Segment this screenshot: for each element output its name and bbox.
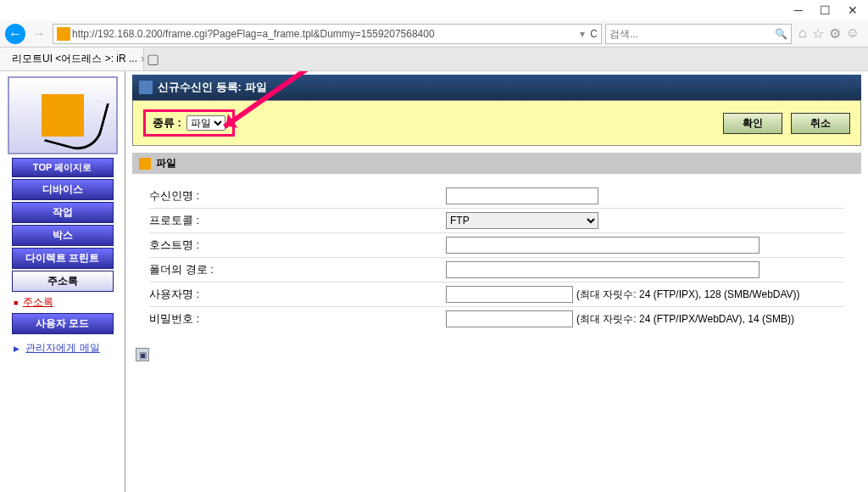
refresh-button[interactable]: C bbox=[590, 28, 598, 40]
window-controls: ─ ☐ ✕ bbox=[0, 0, 868, 20]
dropdown-icon[interactable]: ▾ bbox=[580, 28, 585, 40]
forward-button[interactable]: → bbox=[29, 24, 49, 44]
user-input[interactable] bbox=[446, 286, 573, 303]
back-button[interactable]: ← bbox=[5, 24, 25, 44]
type-label: 종류 : bbox=[153, 115, 181, 131]
new-tab-button[interactable]: ▢ bbox=[144, 51, 161, 67]
sidebar-nav-0[interactable]: 디바이스 bbox=[12, 179, 114, 200]
recipient-label: 수신인명 : bbox=[149, 188, 446, 204]
search-box[interactable]: 🔍 bbox=[605, 24, 792, 44]
password-label: 비밀번호 : bbox=[149, 311, 446, 327]
tab-title: 리모트UI <어드레스 >: iR ... bbox=[12, 52, 137, 66]
folder-icon bbox=[139, 158, 151, 170]
device-logo bbox=[8, 76, 118, 154]
triangle-icon: ▶ bbox=[14, 344, 19, 353]
recipient-input[interactable] bbox=[446, 187, 598, 204]
emoji-icon[interactable]: ☺ bbox=[846, 25, 860, 42]
admin-mail-wrap: ▶ 관리자에게 메일 bbox=[14, 341, 111, 355]
maximize-button[interactable]: ☐ bbox=[820, 3, 831, 17]
page-header: 신규수신인 등록: 파일 bbox=[132, 75, 861, 100]
sidebar-nav-3[interactable]: 다이렉트 프린트 bbox=[12, 248, 114, 269]
type-selection-bar: 종류 : 파일 확인 취소 bbox=[132, 100, 861, 146]
main-panel: 신규수신인 등록: 파일 종류 : 파일 확인 취소 파일 수신인명 : bbox=[125, 71, 868, 492]
address-book-link[interactable]: 주소록 bbox=[23, 296, 53, 308]
browser-toolbar: ← → ▾ C 🔍 ⌂ ☆ ⚙ ☺ bbox=[0, 20, 868, 48]
toolbar-icons: ⌂ ☆ ⚙ ☺ bbox=[795, 25, 863, 42]
minimize-button[interactable]: ─ bbox=[794, 3, 803, 17]
back-to-top-icon[interactable]: ▣ bbox=[136, 348, 149, 361]
host-label: 호스트명 : bbox=[149, 238, 446, 253]
path-input[interactable] bbox=[446, 261, 760, 278]
form-body: 수신인명 : 프로토콜 : FTP 호스트명 : 폴더의 경로 : 사용자명 : bbox=[132, 174, 861, 341]
user-hint: (최대 자릿수: 24 (FTP/IPX), 128 (SMB/WebDAV)) bbox=[576, 288, 800, 302]
search-icon[interactable]: 🔍 bbox=[775, 28, 787, 40]
bullet-icon: ■ bbox=[14, 299, 18, 307]
logo-icon bbox=[42, 94, 84, 137]
close-button[interactable]: ✕ bbox=[848, 3, 858, 17]
protocol-label: 프로토콜 : bbox=[149, 213, 446, 228]
section-header: 파일 bbox=[132, 153, 861, 174]
protocol-select[interactable]: FTP bbox=[446, 212, 598, 229]
favorites-icon[interactable]: ☆ bbox=[812, 25, 824, 42]
sidebar: TOP 페이지로 디바이스작업박스다이렉트 프린트주소록 ■ 주소록 사용자 모… bbox=[0, 71, 125, 492]
top-page-button[interactable]: TOP 페이지로 bbox=[12, 158, 114, 177]
site-favicon-icon bbox=[57, 27, 70, 41]
cancel-button[interactable]: 취소 bbox=[791, 113, 850, 134]
tab-bar: 리모트UI <어드레스 >: iR ... × ▢ bbox=[0, 48, 868, 71]
settings-icon[interactable]: ⚙ bbox=[829, 25, 841, 42]
browser-tab[interactable]: 리모트UI <어드레스 >: iR ... × bbox=[0, 48, 144, 70]
sidebar-nav-2[interactable]: 박스 bbox=[12, 225, 114, 246]
header-icon bbox=[139, 81, 153, 94]
password-hint: (최대 자릿수: 24 (FTP/IPX/WebDAV), 14 (SMB)) bbox=[576, 312, 794, 327]
sidebar-sublink: ■ 주소록 bbox=[14, 295, 111, 310]
sidebar-nav-1[interactable]: 작업 bbox=[12, 202, 114, 223]
admin-mail-link[interactable]: 관리자에게 메일 bbox=[25, 342, 99, 354]
user-label: 사용자명 : bbox=[149, 287, 446, 302]
section-title: 파일 bbox=[156, 156, 176, 171]
password-input[interactable] bbox=[446, 310, 573, 327]
type-selector-highlight: 종류 : 파일 bbox=[143, 109, 235, 137]
confirm-button[interactable]: 확인 bbox=[723, 113, 782, 134]
address-bar[interactable]: ▾ C bbox=[53, 24, 602, 44]
search-input[interactable] bbox=[609, 28, 775, 40]
home-icon[interactable]: ⌂ bbox=[798, 25, 807, 42]
sidebar-nav-5[interactable]: 사용자 모드 bbox=[12, 313, 114, 334]
sidebar-nav-4[interactable]: 주소록 bbox=[12, 271, 114, 292]
url-input[interactable] bbox=[72, 28, 580, 40]
host-input[interactable] bbox=[446, 237, 760, 254]
page-title: 신규수신인 등록: 파일 bbox=[158, 80, 267, 95]
path-label: 폴더의 경로 : bbox=[149, 262, 446, 277]
